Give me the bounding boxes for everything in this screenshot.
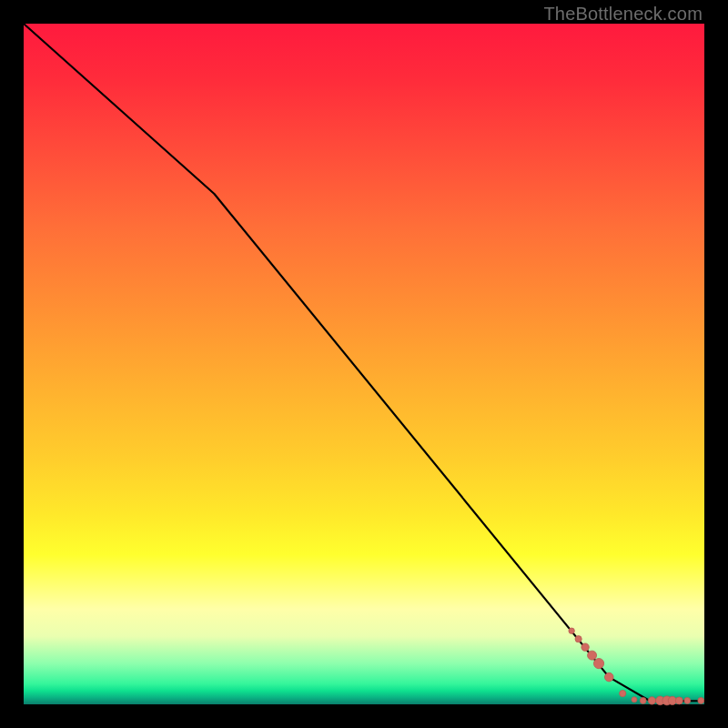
- chart-marker: [632, 697, 637, 703]
- chart-marker: [620, 690, 626, 696]
- chart-curve: [24, 24, 704, 701]
- chart-marker: [604, 672, 613, 682]
- chart-marker: [675, 697, 682, 704]
- chart-frame: TheBottleneck.com: [0, 0, 728, 728]
- chart-marker: [588, 651, 597, 660]
- chart-marker: [698, 697, 704, 703]
- chart-overlay: [24, 24, 704, 704]
- chart-marker: [575, 636, 581, 642]
- watermark-label: TheBottleneck.com: [543, 4, 703, 25]
- chart-marker: [569, 628, 574, 633]
- chart-marker: [581, 643, 589, 651]
- chart-marker: [648, 697, 655, 704]
- chart-marker: [684, 697, 691, 703]
- chart-marker: [593, 659, 603, 669]
- chart-marker: [640, 697, 646, 703]
